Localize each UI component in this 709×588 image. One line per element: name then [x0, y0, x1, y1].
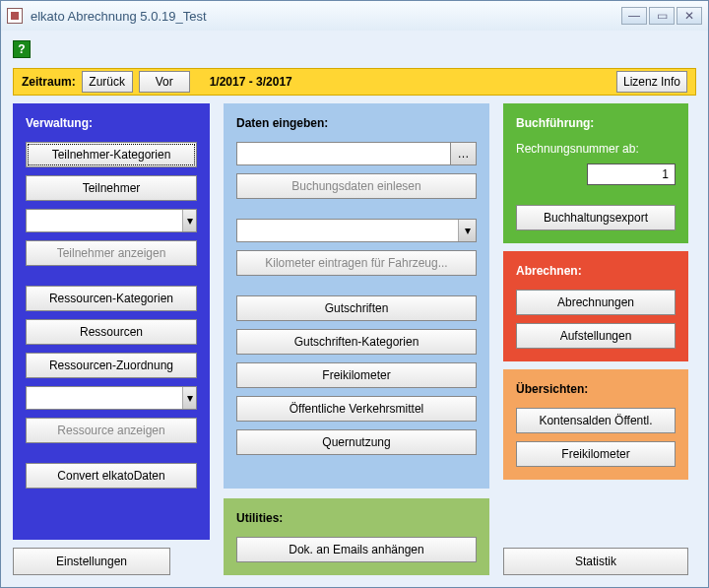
panel-daten: Daten eingeben: … Buchungsdaten einlesen…	[224, 103, 489, 489]
abrechnungen-button[interactable]: Abrechnungen	[516, 290, 676, 315]
buchungsdaten-input[interactable]	[236, 142, 451, 165]
maximize-button[interactable]: ▭	[649, 7, 675, 25]
ressourcen-button[interactable]: Ressourcen	[26, 319, 197, 345]
zeitraum-range: 1/2017 - 3/2017	[210, 75, 292, 89]
daten-title: Daten eingeben:	[236, 116, 477, 130]
app-icon	[7, 8, 23, 24]
browse-button[interactable]: …	[451, 142, 477, 165]
forward-button[interactable]: Vor	[139, 71, 190, 93]
convert-button[interactable]: Convert elkatoDaten	[26, 463, 197, 489]
buchfuehrung-title: Buchführung:	[516, 116, 676, 130]
minimize-button[interactable]: —	[621, 7, 647, 25]
rechnungsnummer-label: Rechnungsnummer ab:	[516, 142, 676, 156]
ressourcen-zuordnung-button[interactable]: Ressourcen-Zuordnung	[26, 353, 197, 378]
gutschriften-button[interactable]: Gutschriften	[236, 295, 477, 321]
rechnungsnummer-input[interactable]	[587, 163, 676, 185]
dok-emails-button[interactable]: Dok. an Emails anhängen	[236, 537, 477, 562]
client-area: ? Zeitraum: Zurück Vor 1/2017 - 3/2017 L…	[1, 31, 708, 587]
teilnehmer-kategorien-button[interactable]: Teilnehmer-Kategorien	[26, 142, 197, 167]
buchungsdaten-filerow: …	[236, 142, 477, 165]
kilometer-eintragen-button[interactable]: Kilometer eintragen für Fahrzeug...	[236, 250, 477, 276]
chevron-down-icon[interactable]: ▾	[458, 220, 476, 241]
left-column: Verwaltung: Teilnehmer-Kategorien Teilne…	[13, 103, 210, 575]
teilnehmer-combo-input[interactable]	[27, 210, 182, 231]
zeitraum-label: Zeitraum:	[22, 75, 76, 89]
panel-utilities: Utilities: Dok. an Emails anhängen	[224, 498, 489, 575]
main-area: Verwaltung: Teilnehmer-Kategorien Teilne…	[13, 103, 696, 575]
window-title: elkato Abrechnung 5.0.19_Test	[31, 9, 621, 24]
buchungsdaten-einlesen-button[interactable]: Buchungsdaten einlesen	[236, 173, 477, 199]
middle-column: Daten eingeben: … Buchungsdaten einlesen…	[224, 103, 489, 575]
right-column: Buchführung: Rechnungsnummer ab: Buchhal…	[503, 103, 688, 575]
back-button[interactable]: Zurück	[82, 71, 133, 93]
uebersichten-title: Übersichten:	[516, 382, 676, 396]
app-window: elkato Abrechnung 5.0.19_Test — ▭ ✕ ? Ze…	[0, 0, 709, 588]
close-button[interactable]: ✕	[677, 7, 702, 25]
verwaltung-title: Verwaltung:	[26, 116, 197, 130]
freikilometer-button[interactable]: Freikilometer	[236, 362, 477, 388]
teilnehmer-anzeigen-button[interactable]: Teilnehmer anzeigen	[26, 240, 197, 266]
help-icon[interactable]: ?	[13, 40, 31, 58]
buchhaltungsexport-button[interactable]: Buchhaltungsexport	[516, 205, 676, 230]
abrechnen-title: Abrechnen:	[516, 264, 676, 278]
gutschriften-kategorien-button[interactable]: Gutschriften-Kategorien	[236, 329, 477, 355]
panel-uebersichten: Übersichten: Kontensalden Öffentl. Freik…	[503, 369, 688, 480]
teilnehmer-button[interactable]: Teilnehmer	[26, 175, 197, 201]
ressource-anzeigen-button[interactable]: Ressource anzeigen	[26, 418, 197, 443]
fahrzeug-combo-input[interactable]	[237, 220, 458, 241]
chevron-down-icon[interactable]: ▾	[182, 387, 196, 409]
panel-abrechnen: Abrechnen: Abrechnungen Aufstellungen	[503, 251, 688, 361]
time-bar: Zeitraum: Zurück Vor 1/2017 - 3/2017 Liz…	[13, 68, 696, 96]
teilnehmer-combo[interactable]: ▾	[26, 209, 197, 232]
titlebar: elkato Abrechnung 5.0.19_Test — ▭ ✕	[1, 1, 708, 31]
window-controls: — ▭ ✕	[621, 7, 702, 25]
ressource-combo-input[interactable]	[27, 387, 182, 409]
panel-verwaltung: Verwaltung: Teilnehmer-Kategorien Teilne…	[13, 103, 210, 540]
aufstellungen-button[interactable]: Aufstellungen	[516, 323, 676, 349]
fahrzeug-combo[interactable]: ▾	[236, 219, 477, 242]
utilities-title: Utilities:	[236, 511, 477, 525]
chevron-down-icon[interactable]: ▾	[182, 210, 196, 231]
oeffentliche-verkehrsmittel-button[interactable]: Öffentliche Verkehrsmittel	[236, 396, 477, 422]
kontensalden-button[interactable]: Kontensalden Öffentl.	[516, 408, 676, 433]
freikilometer-overview-button[interactable]: Freikilometer	[516, 441, 676, 467]
panel-buchfuehrung: Buchführung: Rechnungsnummer ab: Buchhal…	[503, 103, 688, 243]
statistik-button[interactable]: Statistik	[503, 548, 688, 575]
ressourcen-kategorien-button[interactable]: Ressourcen-Kategorien	[26, 286, 197, 311]
quernutzung-button[interactable]: Quernutzung	[236, 429, 477, 455]
ressource-combo[interactable]: ▾	[26, 386, 197, 410]
licence-button[interactable]: Lizenz Info	[616, 71, 687, 93]
einstellungen-button[interactable]: Einstellungen	[13, 548, 170, 575]
